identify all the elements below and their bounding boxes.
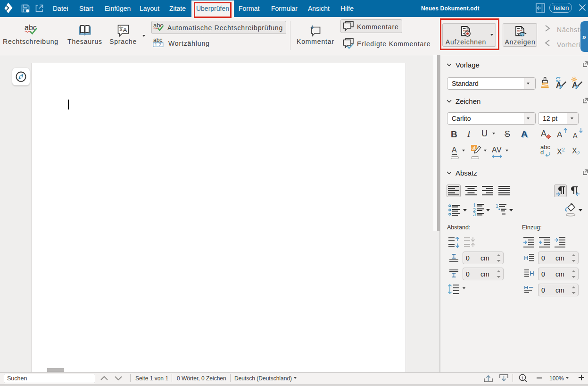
- svg-text:1: 1: [496, 203, 498, 209]
- svg-text:3: 3: [473, 211, 476, 216]
- svg-text:1: 1: [522, 375, 524, 380]
